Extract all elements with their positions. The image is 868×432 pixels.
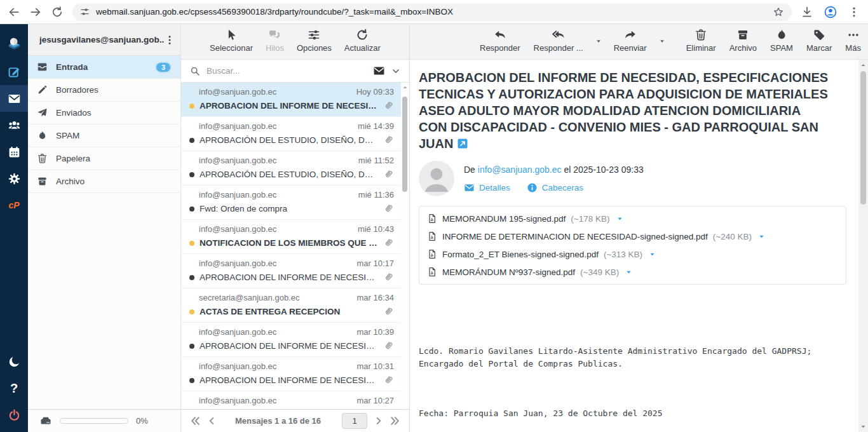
reply-all-caret-icon[interactable] (595, 38, 602, 44)
mark-button[interactable]: Marcar (805, 29, 833, 53)
paperclip-icon (381, 201, 397, 217)
account-menu-icon[interactable] (164, 34, 175, 46)
message-subject: APROBACIÓN DEL ESTUDIO, DISEÑO, DESA... (200, 135, 378, 145)
list-scrollbar-thumb[interactable] (402, 97, 407, 192)
page-number-box[interactable]: 1 (342, 413, 367, 429)
settings-nav-button[interactable] (0, 165, 28, 192)
contacts-nav-button[interactable] (0, 112, 28, 138)
folder-item[interactable]: Archivo (28, 170, 180, 193)
message-row[interactable]: info@sanjuan.gob.ec mar 10:27 (181, 391, 409, 409)
darkmode-toggle[interactable] (0, 348, 28, 375)
message-row[interactable]: info@sanjuan.gob.ec mié 10:43 NOTIFICACI… (181, 220, 409, 254)
attachment-name[interactable]: Formato_2_ET Bienes-signed-signed.pdf (442, 250, 599, 259)
more-button[interactable]: Más (844, 29, 862, 53)
search-scope-icon[interactable] (373, 65, 385, 77)
mail-nav-button[interactable] (0, 85, 28, 112)
attachment-row[interactable]: MEMORANDUM 195-signed.pdf (~178 KB) (427, 210, 838, 227)
folder-item[interactable]: Papelera (28, 147, 180, 170)
next-page-icon[interactable] (374, 416, 383, 426)
attachment-menu-icon[interactable] (625, 269, 632, 276)
message-row[interactable]: info@sanjuan.gob.ec mar 10:17 APROBACION… (181, 254, 409, 288)
reading-scrollbar[interactable] (858, 60, 868, 432)
folder-item[interactable]: SPAM (28, 125, 180, 147)
archive-button[interactable]: Archivo (728, 29, 758, 53)
list-scrollbar[interactable] (401, 83, 409, 409)
threads-button[interactable]: Hilos (264, 29, 285, 53)
message-date: mar 10:39 (356, 327, 394, 337)
attachment-menu-icon[interactable] (649, 251, 656, 258)
question-icon: ? (10, 381, 18, 396)
attachment-name[interactable]: MEMORÁNDUM Nº937-signed.pdf (442, 267, 575, 277)
folder-item[interactable]: Enviados (28, 102, 180, 125)
pagination-label: Mensajes 1 a 16 de 16 (223, 416, 333, 426)
folder-item[interactable]: Borradores (28, 79, 180, 102)
reload-icon[interactable] (51, 6, 64, 18)
scroll-up-icon[interactable] (402, 84, 408, 90)
message-row[interactable]: info@sanjuan.gob.ec mié 11:36 Fwd: Orden… (181, 186, 409, 220)
browser-menu-icon[interactable] (848, 6, 860, 18)
message-row[interactable]: secretaria@sanjuan.gob.ec mar 16:34 ACTA… (181, 288, 409, 323)
message-row[interactable]: info@sanjuan.gob.ec mié 14:39 APROBACIÓN… (181, 117, 409, 151)
delete-label: Eliminar (686, 43, 716, 53)
attachment-size: (~178 KB) (571, 214, 609, 224)
attachment-menu-icon[interactable] (616, 215, 623, 222)
delete-button[interactable]: Eliminar (685, 29, 717, 53)
folder-icon (37, 107, 48, 118)
folder-item[interactable]: Entrada 3 (28, 56, 180, 79)
cpanel-button[interactable]: cP (0, 192, 28, 219)
attachment-size: (~313 KB) (604, 250, 642, 259)
compose-button[interactable] (0, 58, 28, 85)
logout-button[interactable] (0, 402, 28, 428)
calendar-nav-button[interactable] (0, 138, 28, 165)
select-label: Seleccionar (210, 43, 253, 53)
message-row[interactable]: info@sanjuan.gob.ec mar 10:39 APROBACION… (181, 323, 409, 357)
prev-page-icon[interactable] (207, 416, 217, 426)
attachment-name[interactable]: INFORME DE DETERMINACION DE NECESIDAD-si… (442, 232, 708, 241)
site-settings-icon[interactable] (80, 7, 90, 17)
search-input[interactable] (207, 66, 367, 76)
attachment-row[interactable]: INFORME DE DETERMINACION DE NECESIDAD-si… (427, 227, 838, 245)
options-button[interactable]: Opciones (295, 29, 333, 53)
archive-label: Archivo (729, 43, 757, 53)
folder-label: Borradores (56, 85, 98, 95)
reading-scrollbar-thumb[interactable] (860, 71, 866, 205)
download-icon[interactable] (801, 6, 813, 18)
sender-email-link[interactable]: info@sanjuan.gob.ec (478, 165, 562, 175)
help-button[interactable]: ? (0, 375, 28, 402)
pdf-file-icon (427, 213, 437, 224)
forward-button[interactable]: Reenviar (613, 29, 648, 53)
reply-all-button[interactable]: Responder ... (532, 29, 585, 53)
message-row[interactable]: info@sanjuan.gob.ec Hoy 09:33 APROBACION… (181, 83, 409, 117)
message-row[interactable]: info@sanjuan.gob.ec mar 10:31 APROBACION… (181, 357, 409, 391)
spam-button[interactable]: SPAM (769, 29, 794, 53)
url-text[interactable]: webmail.sanjuan.gob.ec/cpsess4569390018/… (96, 7, 766, 17)
attachment-row[interactable]: Formato_2_ET Bienes-signed-signed.pdf (~… (427, 245, 838, 263)
first-page-icon[interactable] (190, 415, 201, 426)
reply-button[interactable]: Responder (478, 29, 522, 53)
attachment-row[interactable]: MEMORÁNDUM Nº937-signed.pdf (~349 KB) (427, 263, 838, 281)
back-icon[interactable] (8, 6, 20, 18)
headers-toggle[interactable]: Cabeceras (527, 182, 583, 193)
message-row[interactable]: info@sanjuan.gob.ec mié 11:52 APROBACIÓN… (181, 151, 409, 186)
paperclip-icon (381, 133, 397, 148)
chevron-down-icon[interactable] (391, 67, 400, 76)
refresh-button[interactable]: Actualizar (343, 29, 382, 53)
forward-icon[interactable] (29, 6, 42, 18)
quota-percent: 0% (136, 416, 148, 426)
from-line: De info@sanjuan.gob.ec el 2025-10-23 09:… (464, 165, 644, 175)
paperclip-icon (381, 373, 397, 388)
external-link-icon[interactable] (457, 138, 468, 149)
last-page-icon[interactable] (390, 415, 400, 426)
scroll-down-icon[interactable] (860, 424, 866, 429)
profile-icon[interactable] (824, 5, 837, 19)
message-sender: info@sanjuan.gob.ec (199, 361, 276, 371)
attachment-name[interactable]: MEMORANDUM 195-signed.pdf (442, 214, 566, 224)
attachment-menu-icon[interactable] (758, 233, 765, 240)
scroll-up-icon[interactable] (860, 62, 866, 68)
refresh-icon (356, 29, 369, 41)
address-bar[interactable]: webmail.sanjuan.gob.ec/cpsess4569390018/… (72, 3, 792, 21)
select-button[interactable]: Seleccionar (208, 29, 254, 53)
forward-caret-icon[interactable] (659, 38, 665, 44)
details-toggle[interactable]: Detalles (464, 182, 510, 193)
bookmark-star-icon[interactable] (773, 6, 784, 18)
